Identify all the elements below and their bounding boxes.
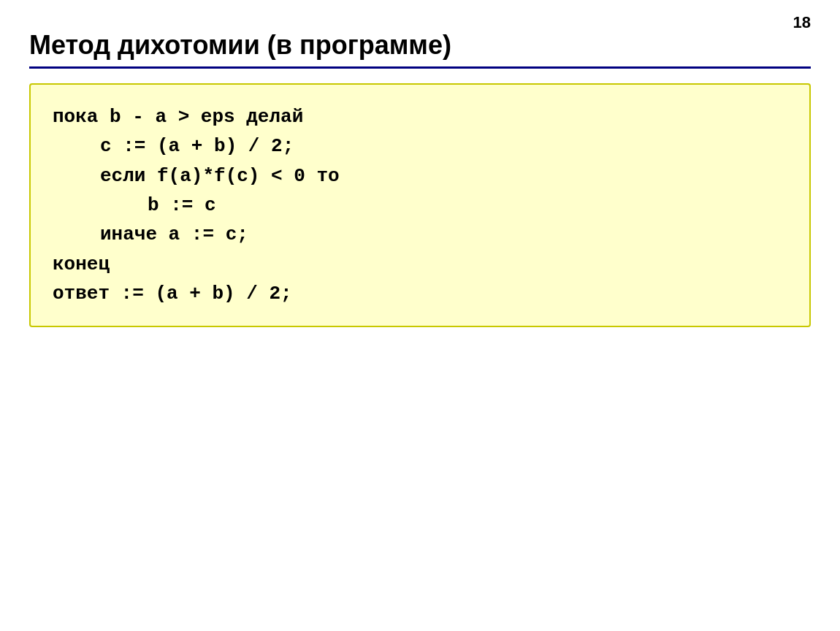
code-block: пока b - a > eps делай c := (a + b) / 2;…	[29, 83, 811, 327]
code-line-6: конец	[53, 250, 787, 279]
slide-container: 18 Метод дихотомии (в программе) пока b …	[0, 0, 840, 631]
slide-title: Метод дихотомии (в программе)	[29, 29, 811, 69]
code-line-3: если f(a)*f(c) < 0 то	[53, 161, 787, 191]
code-line-5: иначе a := c;	[53, 220, 787, 249]
code-line-2: c := (a + b) / 2;	[53, 131, 787, 161]
code-line-1: пока b - a > eps делай	[53, 102, 787, 131]
code-line-7: ответ := (a + b) / 2;	[53, 279, 787, 308]
code-line-4: b := c	[53, 191, 787, 220]
page-number: 18	[793, 13, 811, 32]
